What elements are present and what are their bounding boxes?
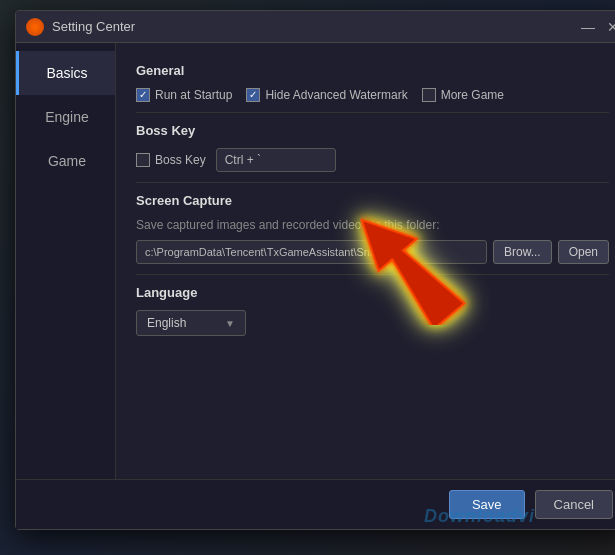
chevron-down-icon: ▼ <box>225 318 235 329</box>
screen-capture-section-title: Screen Capture <box>136 193 609 208</box>
hide-watermark-label: Hide Advanced Watermark <box>265 88 407 102</box>
boss-key-input[interactable] <box>216 148 336 172</box>
language-dropdown[interactable]: English ▼ <box>136 310 246 336</box>
capture-description: Save captured images and recorded videos… <box>136 218 609 232</box>
run-at-startup-checkbox-item[interactable]: Run at Startup <box>136 88 232 102</box>
footer: Save Cancel <box>16 479 615 529</box>
general-section-title: General <box>136 63 609 78</box>
run-at-startup-label: Run at Startup <box>155 88 232 102</box>
more-game-checkbox[interactable] <box>422 88 436 102</box>
minimize-button[interactable]: — <box>581 19 595 35</box>
dialog-title: Setting Center <box>52 19 581 34</box>
close-button[interactable]: ✕ <box>607 19 615 35</box>
sidebar-item-game[interactable]: Game <box>16 139 115 183</box>
more-game-label: More Game <box>441 88 504 102</box>
setting-dialog: Setting Center — ✕ Basics Engine Game Ge… <box>15 10 615 530</box>
content-area: Basics Engine Game General Run at Startu… <box>16 43 615 479</box>
boss-key-checkbox[interactable] <box>136 153 150 167</box>
sidebar-item-basics[interactable]: Basics <box>16 51 115 95</box>
browse-button[interactable]: Brow... <box>493 240 552 264</box>
separator-3 <box>136 274 609 275</box>
sidebar-item-engine[interactable]: Engine <box>16 95 115 139</box>
boss-key-section-title: Boss Key <box>136 123 609 138</box>
boss-key-row: Boss Key <box>136 148 609 172</box>
sidebar: Basics Engine Game <box>16 43 116 479</box>
window-controls: — ✕ <box>581 19 615 35</box>
titlebar: Setting Center — ✕ <box>16 11 615 43</box>
main-panel: General Run at Startup Hide Advanced Wat… <box>116 43 615 479</box>
save-button[interactable]: Save <box>449 490 525 519</box>
open-button[interactable]: Open <box>558 240 609 264</box>
language-section-title: Language <box>136 285 609 300</box>
boss-key-label: Boss Key <box>155 153 206 167</box>
cancel-button[interactable]: Cancel <box>535 490 613 519</box>
separator-1 <box>136 112 609 113</box>
language-selected: English <box>147 316 186 330</box>
capture-path-display: c:\ProgramData\Tencent\TxGameAssistant\S… <box>136 240 487 264</box>
separator-2 <box>136 182 609 183</box>
more-game-checkbox-item[interactable]: More Game <box>422 88 504 102</box>
general-options-row: Run at Startup Hide Advanced Watermark M… <box>136 88 609 102</box>
hide-watermark-checkbox-item[interactable]: Hide Advanced Watermark <box>246 88 407 102</box>
path-row: c:\ProgramData\Tencent\TxGameAssistant\S… <box>136 240 609 264</box>
run-at-startup-checkbox[interactable] <box>136 88 150 102</box>
hide-watermark-checkbox[interactable] <box>246 88 260 102</box>
boss-key-checkbox-item[interactable]: Boss Key <box>136 153 206 167</box>
app-icon <box>26 18 44 36</box>
